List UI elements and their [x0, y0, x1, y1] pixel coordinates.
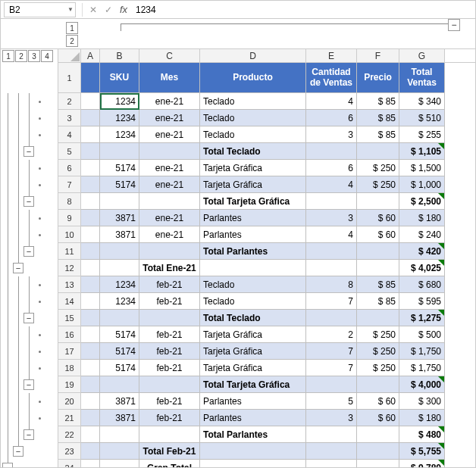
cell[interactable]: [81, 160, 100, 176]
cell-sku[interactable]: [100, 143, 139, 160]
cell-precio[interactable]: $ 85: [357, 110, 399, 126]
cell-total[interactable]: $ 480: [399, 426, 445, 443]
cell-total[interactable]: $ 2,500: [399, 193, 445, 210]
row-header[interactable]: 20: [58, 393, 81, 410]
row-header[interactable]: 8: [58, 193, 81, 210]
cell-producto[interactable]: Tarjeta Gráfica: [200, 160, 306, 176]
cell-cantidad[interactable]: 7: [306, 343, 357, 360]
cell-precio[interactable]: $ 250: [357, 160, 399, 176]
row-header[interactable]: 13: [58, 276, 81, 293]
cell-producto[interactable]: Teclado: [200, 126, 306, 143]
hdr-producto[interactable]: Producto: [200, 63, 306, 93]
outline-collapse-button[interactable]: −: [13, 263, 23, 273]
row-level-1[interactable]: 1: [2, 50, 14, 62]
cell-sku[interactable]: 3871: [100, 393, 139, 410]
cell-precio[interactable]: $ 60: [357, 210, 399, 226]
row-header[interactable]: 19: [58, 376, 81, 393]
row-header[interactable]: 14: [58, 293, 81, 310]
col-header-C[interactable]: C: [139, 49, 200, 62]
cell[interactable]: [81, 293, 100, 310]
cell-precio[interactable]: $ 60: [357, 226, 399, 243]
hdr-cantidad[interactable]: Cantidad de Ventas: [306, 63, 357, 93]
cell-total[interactable]: $ 9,780: [399, 460, 445, 468]
cell-cantidad[interactable]: 6: [306, 110, 357, 126]
row-header[interactable]: 18: [58, 360, 81, 376]
cell-cantidad[interactable]: [306, 460, 357, 468]
row-header-1[interactable]: 1: [58, 63, 81, 93]
cell-sku[interactable]: [100, 443, 139, 460]
cell-total[interactable]: $ 510: [399, 110, 445, 126]
hdr-precio[interactable]: Precio: [357, 63, 399, 93]
row-header[interactable]: 17: [58, 343, 81, 360]
cell-total[interactable]: $ 180: [399, 410, 445, 426]
cell-sku[interactable]: 1234: [100, 293, 139, 310]
col-level-2[interactable]: 2: [66, 35, 78, 47]
cell-cantidad[interactable]: 4: [306, 93, 357, 110]
cell-producto[interactable]: Tarjeta Gráfica: [200, 176, 306, 193]
cell-cantidad[interactable]: [306, 143, 357, 160]
cell-mes[interactable]: feb-21: [139, 276, 200, 293]
cell-cantidad[interactable]: 6: [306, 160, 357, 176]
cell-total[interactable]: $ 1,500: [399, 160, 445, 176]
cell-precio[interactable]: [357, 376, 399, 393]
cell-total[interactable]: $ 1,000: [399, 176, 445, 193]
outline-collapse-button[interactable]: −: [23, 313, 34, 323]
cell-total[interactable]: $ 5,755: [399, 443, 445, 460]
fx-icon[interactable]: fx: [116, 4, 131, 15]
cell-total[interactable]: $ 255: [399, 126, 445, 143]
cell-precio[interactable]: $ 250: [357, 343, 399, 360]
cell-cantidad[interactable]: 5: [306, 393, 357, 410]
cell-sku[interactable]: [100, 310, 139, 326]
cell-precio[interactable]: $ 250: [357, 360, 399, 376]
cell-cantidad[interactable]: 2: [306, 326, 357, 343]
outline-collapse-button[interactable]: −: [23, 379, 34, 390]
cell-total[interactable]: $ 595: [399, 293, 445, 310]
row-header[interactable]: 4: [58, 126, 81, 143]
hdr-total[interactable]: Total Ventas: [399, 63, 445, 93]
cell-producto[interactable]: Parlantes: [200, 210, 306, 226]
row-header[interactable]: 16: [58, 326, 81, 343]
cell-total[interactable]: $ 4,000: [399, 376, 445, 393]
cell-producto[interactable]: Teclado: [200, 293, 306, 310]
cell-producto[interactable]: Tarjeta Gráfica: [200, 326, 306, 343]
cell-producto[interactable]: Total Teclado: [200, 143, 306, 160]
cell-mes[interactable]: [139, 376, 200, 393]
cell-producto[interactable]: Tarjeta Gráfica: [200, 343, 306, 360]
cell-precio[interactable]: [357, 143, 399, 160]
cell[interactable]: [81, 326, 100, 343]
cell-cantidad[interactable]: [306, 426, 357, 443]
cell-total[interactable]: $ 680: [399, 276, 445, 293]
cancel-icon[interactable]: ✕: [86, 5, 101, 15]
cell-precio[interactable]: [357, 310, 399, 326]
col-header-B[interactable]: B: [100, 49, 139, 62]
cell-mes[interactable]: feb-21: [139, 393, 200, 410]
cell-mes[interactable]: [139, 243, 200, 260]
cell-mes[interactable]: [139, 143, 200, 160]
cell[interactable]: [81, 393, 100, 410]
cell-sku[interactable]: [100, 460, 139, 468]
cell-sku[interactable]: [100, 426, 139, 443]
cell-mes[interactable]: [139, 426, 200, 443]
cell-cantidad[interactable]: [306, 260, 357, 276]
outline-collapse-button[interactable]: −: [23, 196, 34, 207]
cell-sku[interactable]: [100, 193, 139, 210]
hdr-sku[interactable]: SKU: [100, 63, 139, 93]
cell-cantidad[interactable]: 3: [306, 126, 357, 143]
cell-mes[interactable]: ene-21: [139, 110, 200, 126]
row-header[interactable]: 22: [58, 426, 81, 443]
cell-sku[interactable]: 1234: [100, 276, 139, 293]
cell-mes[interactable]: [139, 193, 200, 210]
cell-producto[interactable]: Total Parlantes: [200, 243, 306, 260]
cell-sku[interactable]: 3871: [100, 210, 139, 226]
cell-sku[interactable]: 3871: [100, 410, 139, 426]
cell-producto[interactable]: Teclado: [200, 93, 306, 110]
cell-mes[interactable]: feb-21: [139, 293, 200, 310]
cell-total[interactable]: $ 300: [399, 393, 445, 410]
cell-precio[interactable]: $ 85: [357, 293, 399, 310]
cell[interactable]: [81, 260, 100, 276]
cell-producto[interactable]: Tarjeta Gráfica: [200, 360, 306, 376]
cell-total[interactable]: $ 180: [399, 210, 445, 226]
row-header[interactable]: 12: [58, 260, 81, 276]
row-header[interactable]: 7: [58, 176, 81, 193]
col-header-D[interactable]: D: [200, 49, 306, 62]
